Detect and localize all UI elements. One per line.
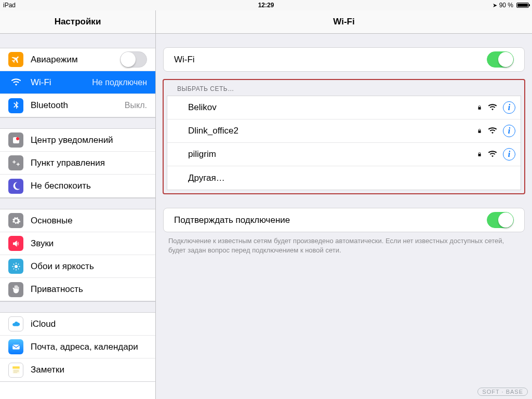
svg-rect-4 (12, 366, 20, 369)
airplane-icon (8, 52, 23, 67)
wifi-toggle-row[interactable]: Wi-Fi (164, 48, 524, 71)
info-button[interactable]: i (503, 101, 515, 114)
wifi-detail-pane: Wi-Fi ВЫБРАТЬ СЕТЬ… Belikov i Dlink_offi… (156, 34, 532, 399)
network-name: Belikov (188, 102, 477, 113)
control-center-icon (8, 155, 23, 170)
svg-rect-3 (12, 344, 20, 349)
svg-point-2 (15, 265, 18, 268)
hand-icon (8, 282, 23, 297)
network-row[interactable]: Dlink_office2 i (167, 119, 521, 143)
sidebar-item-bluetooth[interactable]: Bluetooth Выкл. (0, 94, 155, 117)
wifi-toggle-group: Wi-Fi (163, 47, 525, 72)
ask-to-join-label: Подтверждать подключение (174, 215, 487, 225)
notifications-icon (8, 132, 23, 148)
wallpaper-icon (8, 259, 23, 274)
sidebar-item-label: Пункт управления (31, 158, 105, 168)
lock-icon (477, 104, 482, 111)
sidebar-item-dnd[interactable]: Не беспокоить (0, 175, 155, 197)
sidebar-item-notes[interactable]: Заметки (0, 358, 155, 381)
network-row[interactable]: Belikov i (167, 96, 521, 119)
sidebar-item-notifications[interactable]: Центр уведомлений (0, 129, 155, 152)
speaker-icon (8, 236, 23, 251)
location-icon: ➤ (493, 2, 497, 9)
ask-to-join-row[interactable]: Подтверждать подключение (164, 208, 524, 232)
watermark: SOFT · BASE (477, 388, 528, 396)
ask-to-join-group: Подтверждать подключение (163, 208, 525, 232)
network-row[interactable]: piligrim i (167, 143, 521, 166)
wifi-signal-icon (488, 127, 497, 135)
network-name: Dlink_office2 (188, 126, 477, 136)
other-network-label: Другая… (188, 173, 515, 183)
notes-icon (8, 363, 23, 378)
lock-icon (477, 127, 482, 135)
group-separator (0, 301, 155, 313)
sidebar-item-mail[interactable]: Почта, адреса, календари (0, 336, 155, 358)
wifi-toggle[interactable] (487, 51, 514, 68)
sidebar-item-icloud[interactable]: iCloud (0, 313, 155, 336)
sidebar-item-status: Не подключен (92, 78, 147, 87)
sidebar-item-privacy[interactable]: Приватность (0, 278, 155, 301)
airplane-toggle[interactable] (120, 51, 147, 68)
sidebar-item-label: Основные (31, 216, 73, 226)
group-separator (0, 198, 155, 209)
network-list-highlight: ВЫБРАТЬ СЕТЬ… Belikov i Dlink_office2 (163, 79, 525, 194)
ask-to-join-toggle[interactable] (487, 212, 514, 228)
sidebar-item-label: Звуки (31, 238, 54, 249)
svg-point-1 (16, 137, 19, 140)
sidebar-item-label: Центр уведомлений (31, 135, 113, 145)
header-bar: Настройки Wi-Fi (0, 10, 532, 34)
status-bar: iPad 12:29 ➤ 90 % (0, 0, 532, 10)
settings-sidebar[interactable]: Авиарежим Wi-Fi Не подключен Bluetooth В… (0, 34, 156, 399)
sidebar-item-label: Bluetooth (31, 100, 68, 111)
sidebar-item-label: Заметки (31, 365, 64, 375)
network-list: Belikov i Dlink_office2 i (167, 96, 521, 190)
sidebar-item-general[interactable]: Основные (0, 209, 155, 232)
sidebar-item-wallpaper[interactable]: Обои и яркость (0, 255, 155, 278)
moon-icon (8, 179, 23, 194)
sidebar-item-label: Почта, адреса, календари (31, 342, 138, 352)
sidebar-item-label: Не беспокоить (31, 181, 91, 191)
gear-icon (8, 213, 23, 228)
settings-title: Настройки (0, 10, 156, 33)
info-button[interactable]: i (503, 148, 515, 161)
info-button[interactable]: i (503, 125, 515, 137)
wifi-toggle-label: Wi-Fi (174, 55, 487, 65)
lock-icon (477, 151, 482, 158)
cloud-icon (8, 316, 23, 331)
battery-icon (516, 3, 529, 8)
sidebar-item-airplane[interactable]: Авиарежим (0, 48, 155, 71)
choose-network-header: ВЫБРАТЬ СЕТЬ… (167, 80, 521, 96)
sidebar-item-wifi[interactable]: Wi-Fi Не подключен (0, 71, 155, 94)
group-separator (0, 117, 155, 129)
sidebar-item-sounds[interactable]: Звуки (0, 232, 155, 255)
sidebar-item-status: Выкл. (125, 101, 147, 110)
wifi-icon (8, 75, 23, 90)
wifi-signal-icon (488, 104, 497, 111)
sidebar-item-label: Wi-Fi (31, 77, 51, 88)
sidebar-item-control-center[interactable]: Пункт управления (0, 152, 155, 175)
ask-to-join-footer: Подключение к известным сетям будет прои… (161, 232, 527, 255)
mail-icon (8, 339, 23, 354)
clock: 12:29 (258, 2, 274, 9)
sidebar-item-label: Обои и яркость (31, 261, 94, 272)
sidebar-item-label: iCloud (31, 319, 56, 329)
wifi-signal-icon (488, 151, 497, 158)
group-separator (0, 34, 155, 48)
sidebar-item-label: Приватность (31, 284, 83, 295)
sidebar-item-label: Авиарежим (31, 55, 78, 65)
other-network-row[interactable]: Другая… (167, 166, 521, 190)
device-label: iPad (3, 2, 16, 9)
bluetooth-icon (8, 98, 23, 113)
network-name: piligrim (188, 149, 477, 159)
battery-percent: 90 % (499, 2, 513, 9)
detail-title: Wi-Fi (156, 10, 532, 33)
